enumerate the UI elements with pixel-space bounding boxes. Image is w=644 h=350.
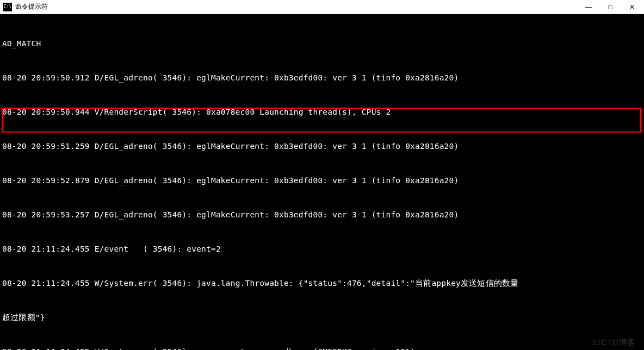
log-line: 08-20 20:59:52.879 D/EGL_adreno( 3546): …: [2, 175, 642, 186]
log-line: 08-20 21:11:24.455 W/System.err( 3546): …: [2, 278, 642, 289]
minimize-button[interactable]: —: [578, 1, 599, 14]
cmd-icon: C:\: [3, 3, 12, 11]
log-line: 08-20 20:59:53.257 D/EGL_adreno( 3546): …: [2, 209, 642, 221]
log-line: 超过限额"}: [2, 312, 642, 323]
window-title: 命令提示符: [15, 2, 48, 11]
log-line: 08-20 21:11:24.455 E/event ( 3546): even…: [2, 243, 642, 255]
window-titlebar: C:\ 命令提示符 — □ ✕: [0, 0, 644, 14]
log-line: 08-20 21:11:24.455 W/System.err( 3546): …: [2, 346, 642, 350]
close-button[interactable]: ✕: [621, 1, 643, 14]
window-controls: — □ ✕: [578, 1, 643, 14]
titlebar-left: C:\ 命令提示符: [3, 2, 48, 11]
log-line: 08-20 20:59:51.259 D/EGL_adreno( 3546): …: [2, 141, 642, 152]
log-line: 08-20 20:59:50.944 V/RenderScript( 3546)…: [2, 107, 642, 118]
terminal-output[interactable]: AD_MATCH 08-20 20:59:50.912 D/EGL_adreno…: [0, 14, 644, 350]
maximize-button[interactable]: □: [599, 1, 621, 14]
log-line: AD_MATCH: [2, 38, 642, 49]
log-line: 08-20 20:59:50.912 D/EGL_adreno( 3546): …: [2, 72, 642, 84]
